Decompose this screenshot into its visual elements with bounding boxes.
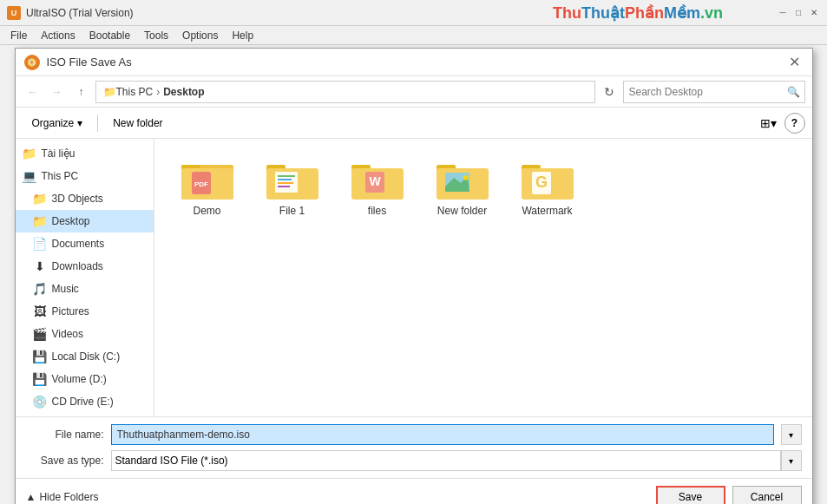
- music-icon: 🎵: [33, 282, 47, 296]
- menu-bar: File Actions Bootable Tools Options Help: [0, 26, 827, 45]
- toolbar: Organize ▾ New folder ⊞▾ ?: [16, 108, 812, 139]
- documents-icon: 📄: [33, 237, 47, 251]
- svg-rect-12: [278, 182, 293, 184]
- menu-help[interactable]: Help: [225, 28, 260, 43]
- new-folder-label: New folder: [113, 117, 162, 129]
- sidebar-label-cde: CD Drive (E:): [52, 396, 114, 408]
- folder-icon: 📁: [23, 147, 36, 160]
- videos-icon: 🎬: [33, 327, 47, 341]
- sidebar-item-videos[interactable]: 🎬 Videos: [16, 323, 154, 345]
- content-area: 📁 Tài liệu 💻 This PC 📁 3D Objects 📁 Desk…: [16, 139, 812, 416]
- file-label-file1: File 1: [279, 205, 305, 217]
- sidebar-item-desktop[interactable]: 📁 Desktop: [16, 210, 154, 232]
- new-folder-button[interactable]: New folder: [103, 112, 172, 134]
- search-box: 🔍: [623, 81, 805, 103]
- dialog-titlebar: 📀 ISO File Save As ✕: [16, 49, 812, 76]
- disk-icon-d: 💾: [33, 372, 47, 386]
- filename-label: File name:: [26, 429, 104, 441]
- sidebar-item-downloads[interactable]: ⬇ Downloads: [16, 255, 154, 278]
- app-icon: U: [7, 6, 21, 20]
- refresh-button[interactable]: ↻: [599, 82, 620, 102]
- file-area: PDF Demo File 1: [154, 139, 812, 416]
- brand-logo: ThuThuậtPhầnMềm.vn: [553, 0, 723, 26]
- pc-icon: 💻: [23, 169, 36, 183]
- view-button[interactable]: ⊞▾: [757, 113, 781, 134]
- sidebar-item-3dobjects[interactable]: 📁 3D Objects: [16, 187, 154, 210]
- close-button[interactable]: ✕: [808, 7, 820, 19]
- sidebar-label-volumed: Volume (D:): [52, 373, 107, 385]
- sidebar-label-tailieu: Tài liệu: [42, 147, 75, 160]
- search-input[interactable]: [624, 86, 784, 98]
- app-titlebar: U UltraISO (Trial Version) ThuThuậtPhầnM…: [0, 0, 827, 26]
- savetype-row: Save as type: ▾: [26, 450, 802, 471]
- cancel-button[interactable]: Cancel: [732, 486, 802, 504]
- sidebar-item-cde[interactable]: 💿 CD Drive (E:): [16, 390, 154, 413]
- folder-watermark-icon: G: [520, 156, 575, 201]
- sidebar-item-documents[interactable]: 📄 Documents: [16, 232, 154, 255]
- savetype-dropdown[interactable]: ▾: [781, 450, 802, 471]
- file-label-newfolder: New folder: [437, 205, 487, 217]
- savetype-input: [111, 450, 781, 471]
- hide-folders-chevron: ▲: [26, 491, 36, 503]
- forward-button[interactable]: →: [47, 82, 68, 102]
- action-row: ▲ Hide Folders Save Cancel: [16, 478, 812, 504]
- sidebar: 📁 Tài liệu 💻 This PC 📁 3D Objects 📁 Desk…: [16, 139, 154, 416]
- sidebar-label-localc: Local Disk (C:): [52, 350, 121, 363]
- svg-point-23: [463, 175, 469, 180]
- organize-button[interactable]: Organize ▾: [23, 112, 93, 134]
- file-item-demo[interactable]: PDF Demo: [168, 153, 246, 220]
- menu-file[interactable]: File: [3, 28, 34, 43]
- toolbar-separator: [97, 115, 98, 132]
- back-button[interactable]: ←: [23, 82, 43, 102]
- dialog-title: ISO File Save As: [47, 56, 786, 69]
- action-buttons: Save Cancel: [656, 486, 802, 504]
- svg-rect-11: [278, 179, 292, 180]
- sidebar-item-localc[interactable]: 💾 Local Disk (C:): [16, 345, 154, 368]
- search-button[interactable]: 🔍: [784, 82, 804, 102]
- sidebar-item-volumed2[interactable]: 💾 Volume (D:): [16, 413, 154, 416]
- address-bar: ← → ↑ 📁 This PC › Desktop ↻ 🔍: [16, 76, 812, 108]
- menu-bootable[interactable]: Bootable: [82, 28, 137, 43]
- file-label-files: files: [368, 205, 386, 217]
- downloads-icon: ⬇: [33, 259, 47, 273]
- disk-icon-c: 💾: [33, 350, 47, 363]
- menu-actions[interactable]: Actions: [34, 28, 82, 43]
- menu-tools[interactable]: Tools: [137, 28, 175, 43]
- sidebar-label-thispc: This PC: [42, 170, 79, 182]
- file-item-files[interactable]: W files: [338, 153, 417, 220]
- cd-icon: 💿: [33, 395, 47, 409]
- path-this-pc: This PC: [116, 86, 154, 98]
- dialog-close-button[interactable]: ✕: [786, 54, 804, 71]
- hide-folders-button[interactable]: ▲ Hide Folders: [26, 491, 99, 503]
- path-crumb-pc: 📁: [103, 86, 116, 98]
- up-button[interactable]: ↑: [71, 82, 92, 102]
- sidebar-item-pictures[interactable]: 🖼 Pictures: [16, 300, 154, 323]
- address-path[interactable]: 📁 This PC › Desktop: [95, 81, 595, 103]
- save-button[interactable]: Save: [656, 486, 725, 504]
- filename-input[interactable]: [111, 424, 774, 445]
- folder-icon-desktop: 📁: [33, 214, 47, 228]
- sidebar-label-downloads: Downloads: [52, 260, 103, 272]
- sidebar-item-tailieu[interactable]: 📁 Tài liệu: [16, 142, 154, 165]
- file-item-watermark[interactable]: G Watermark: [509, 153, 587, 220]
- folder-newfolder-icon: [435, 156, 490, 201]
- sidebar-label-desktop: Desktop: [52, 215, 90, 227]
- folder-demo-icon: PDF: [180, 156, 235, 201]
- svg-rect-13: [278, 186, 290, 187]
- sidebar-label-videos: Videos: [52, 328, 83, 340]
- organize-label: Organize: [32, 117, 75, 129]
- maximize-button[interactable]: □: [792, 7, 804, 19]
- sidebar-item-volumed[interactable]: 💾 Volume (D:): [16, 368, 154, 390]
- svg-text:PDF: PDF: [194, 180, 208, 188]
- minimize-button[interactable]: ─: [777, 7, 789, 19]
- filename-dropdown[interactable]: ▾: [781, 424, 802, 445]
- help-button[interactable]: ?: [784, 113, 805, 134]
- sidebar-item-thispc[interactable]: 💻 This PC: [16, 165, 154, 187]
- sidebar-item-music[interactable]: 🎵 Music: [16, 278, 154, 300]
- folder-icon-3d: 📁: [33, 192, 47, 206]
- hide-folders-label: Hide Folders: [39, 491, 98, 503]
- folder-file1-icon: [265, 156, 320, 201]
- menu-options[interactable]: Options: [175, 28, 225, 43]
- file-item-newfolder[interactable]: New folder: [423, 153, 502, 220]
- file-item-file1[interactable]: File 1: [253, 153, 331, 220]
